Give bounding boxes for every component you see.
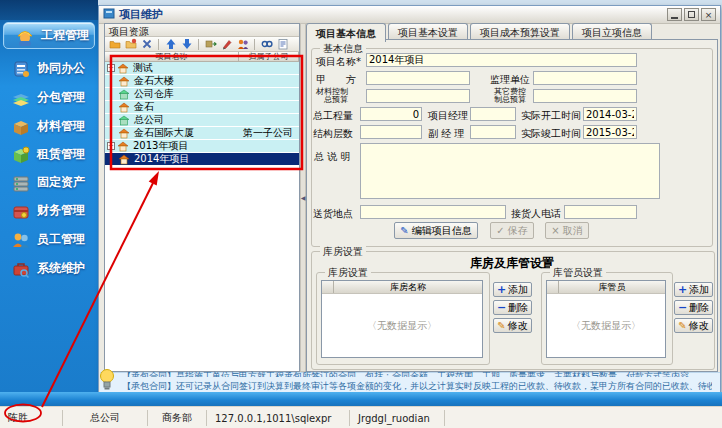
delete-icon[interactable] xyxy=(140,38,153,51)
warehouse-icon xyxy=(118,89,130,100)
server-icon xyxy=(10,173,32,193)
close-button[interactable]: × xyxy=(701,8,716,21)
keeper-delete-button[interactable]: −删除 xyxy=(674,300,713,315)
search-icon[interactable] xyxy=(260,38,273,51)
house-icon xyxy=(118,154,130,165)
column-subsidiary[interactable]: 归属子公司 xyxy=(239,52,299,62)
toolbar-separator xyxy=(158,39,159,50)
status-bar: 陈胜 总公司 商务部 127.0.0.1,1011\sqlexpr Jrgdgl… xyxy=(0,406,722,428)
keeper-subgroup-label: 库管员设置 xyxy=(550,266,606,280)
worker-icon xyxy=(14,26,36,46)
supervisor-input[interactable] xyxy=(533,71,637,85)
dialog-titlebar[interactable]: 项目维护 × xyxy=(99,6,720,24)
users-icon[interactable] xyxy=(236,38,249,51)
subsidiary-cell: 第一子公司 xyxy=(243,126,293,140)
open-folder-icon[interactable] xyxy=(108,38,121,51)
keeper-add-button[interactable]: +添加 xyxy=(674,282,713,297)
column-project-name[interactable]: 项目名称 xyxy=(105,52,239,62)
status-database: Jrgdgl_ruodian xyxy=(350,410,445,426)
project-manager-input[interactable] xyxy=(470,107,516,121)
other-budget-input[interactable] xyxy=(533,89,637,103)
house-icon xyxy=(117,141,129,152)
keeper-table[interactable]: 库管员 〈无数据显示〉 xyxy=(546,280,666,358)
status-company: 总公司 xyxy=(63,410,148,426)
warehouse-modify-button[interactable]: ✎修改 xyxy=(493,318,532,333)
no-data-text: 〈无数据显示〉 xyxy=(322,319,482,333)
house-icon xyxy=(117,63,129,74)
sidebar-item-label: 固定资产 xyxy=(37,174,85,191)
tab-basic-info[interactable]: 项目基本信息 xyxy=(306,23,386,42)
people-icon xyxy=(10,230,32,250)
keeper-column: 库管员 xyxy=(559,281,665,293)
sidebar-item-employees[interactable]: 员工管理 xyxy=(0,225,98,254)
sidebar-item-engineering[interactable]: 工程管理 xyxy=(3,22,95,49)
party-a-label: 甲 方 xyxy=(316,73,356,87)
supervisor-label: 监理单位 xyxy=(490,73,530,87)
warehouse-table[interactable]: 库房名称 〈无数据显示〉 xyxy=(321,280,483,358)
minus-icon: − xyxy=(497,303,506,313)
wallet-icon xyxy=(10,201,32,221)
status-department: 商务部 xyxy=(148,410,207,426)
sidebar-item-fixed-assets[interactable]: 固定资产 xyxy=(0,168,98,197)
sidebar-item-label: 租赁管理 xyxy=(37,146,85,163)
report-icon[interactable] xyxy=(276,38,289,51)
sidebar-top-band xyxy=(0,0,98,20)
delivery-location-input[interactable] xyxy=(360,205,506,219)
sidebar-item-label: 系统维护 xyxy=(37,260,85,277)
minimize-icon xyxy=(671,17,678,19)
sidebar-item-finance[interactable]: 财务管理 xyxy=(0,196,98,225)
tree-row-selected[interactable]: 2014年项目 xyxy=(105,153,299,166)
total-quantity-input[interactable] xyxy=(360,107,422,121)
party-a-input[interactable] xyxy=(366,71,470,85)
warehouse-delete-button[interactable]: −删除 xyxy=(493,300,532,315)
bottom-blue-band xyxy=(0,392,722,406)
maximize-button[interactable] xyxy=(684,8,699,21)
project-name-input[interactable] xyxy=(366,53,637,67)
box-icon xyxy=(10,117,32,137)
lightbulb-icon xyxy=(99,368,115,393)
floors-input[interactable] xyxy=(360,125,422,139)
maximize-icon xyxy=(688,11,695,18)
save-button[interactable]: ✓ 保存 xyxy=(490,222,534,239)
sidebar-item-label: 员工管理 xyxy=(37,231,85,248)
edit-folder-icon[interactable] xyxy=(124,38,137,51)
sidebar-item-collaboration[interactable]: 协同办公 xyxy=(0,54,98,83)
tab-strip: 项目基本信息 项目基本设置 项目成本预算设置 项目立项信息 xyxy=(306,23,652,40)
move-down-icon[interactable] xyxy=(180,38,193,51)
warehouse-subgroup-label: 库房设置 xyxy=(325,266,371,280)
warehouse-add-button[interactable]: +添加 xyxy=(493,282,532,297)
sidebar-item-label: 协同办公 xyxy=(37,60,85,77)
expand-icon[interactable]: + xyxy=(107,142,115,150)
actual-finish-input[interactable] xyxy=(583,125,637,139)
move-up-icon[interactable] xyxy=(164,38,177,51)
project-name-label: 项目名称* xyxy=(316,55,361,69)
tree-panel-header: 项目资源 xyxy=(105,24,299,37)
project-manager-label: 项目经理 xyxy=(428,109,468,123)
receiver-phone-input[interactable] xyxy=(564,205,637,219)
sidebar-item-materials[interactable]: 材料管理 xyxy=(0,112,98,141)
sidebar-item-subcontract[interactable]: 分包管理 xyxy=(0,83,98,112)
save-icon: ✓ xyxy=(496,225,504,236)
sidebar-item-label: 分包管理 xyxy=(37,89,85,106)
summary-textarea[interactable] xyxy=(360,143,660,199)
transfer-icon[interactable] xyxy=(204,38,217,51)
actual-start-input[interactable] xyxy=(583,107,637,121)
edit-project-button[interactable]: ✎ 编辑项目信息 xyxy=(394,222,478,239)
sidebar-item-leasing[interactable]: 租赁管理 xyxy=(0,140,98,169)
sidebar-item-system[interactable]: 系统维护 xyxy=(0,254,98,283)
summary-label: 总 说 明 xyxy=(314,150,350,164)
expand-icon[interactable]: + xyxy=(107,64,115,72)
minimize-button[interactable] xyxy=(667,8,682,21)
house-icon xyxy=(118,76,130,87)
dialog-icon xyxy=(103,7,115,22)
edit-pen-icon[interactable] xyxy=(220,38,233,51)
deputy-manager-input[interactable] xyxy=(470,125,516,139)
dialog-title: 项目维护 xyxy=(119,7,163,22)
total-quantity-label: 总工程量 xyxy=(313,109,353,123)
delivery-location-label: 送货地点 xyxy=(313,207,353,221)
material-budget-input[interactable] xyxy=(366,89,470,103)
no-data-text: 〈无数据显示〉 xyxy=(547,319,665,333)
keeper-modify-button[interactable]: ✎修改 xyxy=(674,318,713,333)
tip-line-1-clipped: 【承包合同】是指施工单位与甲方就工程承包所签订的合同，包括：合同金额、工程范围、… xyxy=(122,370,712,377)
cancel-button[interactable]: × 取消 xyxy=(545,222,589,239)
